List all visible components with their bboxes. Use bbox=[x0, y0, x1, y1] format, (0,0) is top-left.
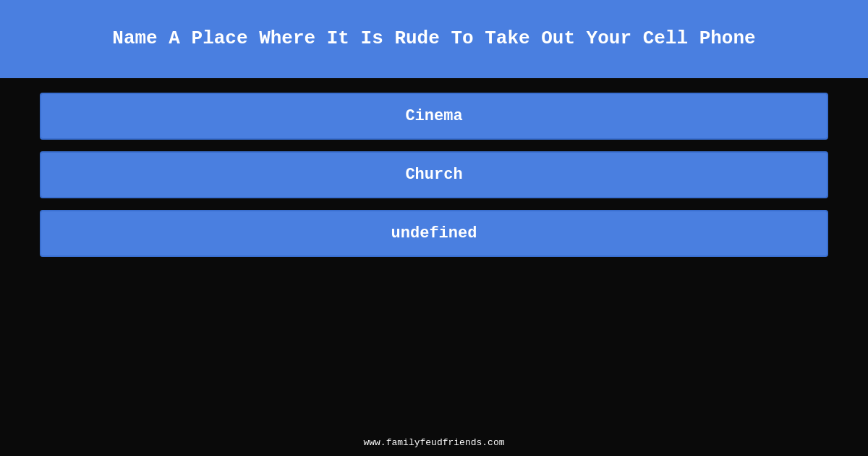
answer-card-2[interactable]: undefined bbox=[40, 210, 828, 257]
question-title: Name A Place Where It Is Rude To Take Ou… bbox=[112, 27, 755, 51]
footer-url: www.familyfeudfriends.com bbox=[363, 437, 504, 448]
answers-container: CinemaChurchundefined bbox=[0, 78, 868, 428]
answer-text-0: Cinema bbox=[405, 107, 462, 125]
answer-text-1: Church bbox=[405, 166, 462, 184]
question-header: Name A Place Where It Is Rude To Take Ou… bbox=[0, 0, 868, 78]
answer-text-2: undefined bbox=[391, 224, 477, 242]
answer-card-0[interactable]: Cinema bbox=[40, 93, 828, 140]
answer-card-1[interactable]: Church bbox=[40, 151, 828, 198]
footer: www.familyfeudfriends.com bbox=[0, 428, 868, 456]
